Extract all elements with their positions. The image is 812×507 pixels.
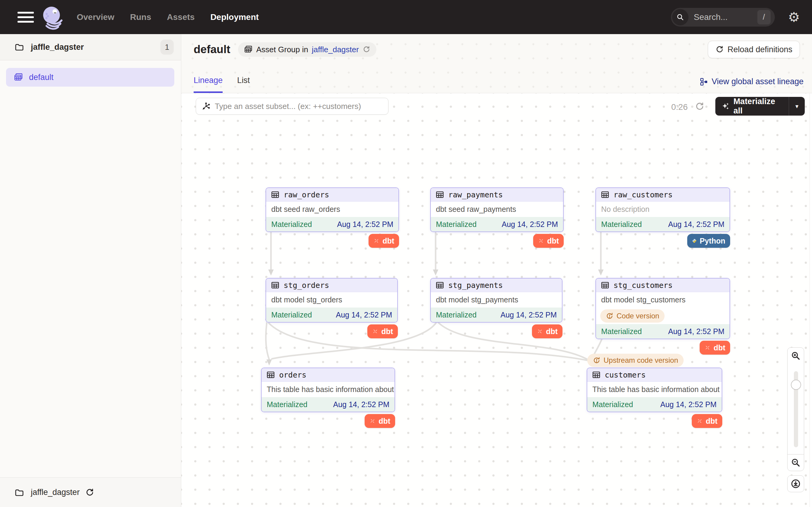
asset-node[interactable]: stg_orders dbt model stg_orders Material… [265,278,398,323]
group-label: default [29,73,53,82]
asset-name: raw_orders [284,190,329,199]
asset-node[interactable]: orders This table has basic information … [261,368,395,412]
dbt-badge[interactable]: dbt [700,341,730,355]
asset-node[interactable]: raw_orders dbt seed raw_orders Materiali… [265,187,399,232]
asset-group-repo-link[interactable]: jaffle_dagster [312,45,359,54]
dbt-badge[interactable]: dbt [365,414,395,428]
materialized-timestamp: Aug 14, 2:52 PM [668,327,724,336]
asset-subset-input[interactable]: Type an asset subset... (ex: ++customers… [196,98,389,115]
reload-repo-icon[interactable] [85,488,94,497]
zoom-out-button[interactable] [787,454,804,471]
nav-overview[interactable]: Overview [77,12,114,22]
nav-runs[interactable]: Runs [130,12,151,22]
asset-description: No description [596,202,729,217]
table-icon [271,281,280,289]
refresh-icon[interactable] [362,46,370,53]
asset-node[interactable]: stg_customers dbt model stg_customers Co… [595,278,730,339]
materialized-timestamp: Aug 14, 2:52 PM [502,220,558,229]
dbt-logo-icon [704,343,711,352]
sidebar-item-jaffle-dagster[interactable]: jaffle_dagster 1 [0,34,181,60]
python-badge[interactable]: Python [687,234,730,248]
asset-description: dbt model stg_customers [596,292,729,307]
top-nav-links: Overview Runs Assets Deployment [77,12,259,22]
asset-node[interactable]: stg_payments dbt model stg_payments Mate… [430,278,562,323]
download-icon [791,478,801,489]
reload-definitions-button[interactable]: Reload definitions [708,41,800,58]
asset-node-header: raw_orders [266,188,398,202]
asset-node[interactable]: raw_customers No description Materialize… [595,187,730,232]
asset-node-header: raw_payments [431,188,563,202]
materialized-status: Materialized [601,327,642,336]
materialize-all-button[interactable]: Materialize all ▾ [715,97,805,116]
asset-description: dbt model stg_payments [431,292,562,307]
menu-icon[interactable] [17,11,34,23]
dbt-badge[interactable]: dbt [692,414,722,428]
materialized-status: Materialized [436,220,477,229]
sidebar-footer: jaffle_dagster [0,477,181,507]
zoom-in-button[interactable] [787,347,804,364]
materialize-dropdown-caret[interactable]: ▾ [789,103,805,110]
lineage-canvas[interactable]: Type an asset subset... (ex: ++customers… [181,93,812,507]
dbt-logo-icon [373,237,379,245]
materialized-status: Materialized [436,311,477,319]
code-version-icon [606,312,614,320]
materialized-status: Materialized [592,400,633,409]
zoom-slider[interactable] [787,364,804,454]
asset-selection-icon [201,102,211,111]
asset-description: This table has basic information about .… [262,382,395,397]
sidebar-item-default[interactable]: default [6,68,174,87]
table-icon [601,190,609,199]
table-icon [436,281,444,289]
table-icon [436,190,444,199]
materialized-timestamp: Aug 14, 2:52 PM [333,400,389,409]
download-graph-button[interactable] [787,475,804,492]
asset-status-bar: Materialized Aug 14, 2:52 PM [431,217,563,231]
asset-node[interactable]: customers This table has basic informati… [587,368,722,412]
search-placeholder: Search... [694,12,757,22]
asset-name: customers [605,371,646,379]
page-header: default Asset Group in jaffle_dagster Re… [181,34,812,62]
tab-list[interactable]: List [237,76,250,93]
asset-name: raw_payments [448,190,503,199]
dbt-badge[interactable]: dbt [532,325,562,338]
table-icon [266,371,275,379]
search-icon [672,9,689,25]
folder-icon [14,42,24,52]
pane-scrollbar[interactable] [810,93,812,507]
asset-subset-placeholder: Type an asset subset... (ex: ++customers… [215,102,361,111]
code-version-tag[interactable]: Code version [600,309,665,323]
dagster-logo[interactable] [40,4,66,30]
asset-status-bar: Materialized Aug 14, 2:52 PM [266,307,397,322]
dbt-badge[interactable]: dbt [368,234,399,248]
tab-lineage[interactable]: Lineage [194,76,223,93]
nav-assets[interactable]: Assets [167,12,195,22]
sparkle-icon [721,102,730,111]
python-logo-icon [692,237,697,245]
asset-group-icon [14,73,23,82]
view-global-asset-lineage-link[interactable]: View global asset lineage [700,77,804,93]
refresh-timer: 0:26 [671,102,688,112]
materialized-status: Materialized [601,220,642,229]
asset-status-bar: Materialized Aug 14, 2:52 PM [596,324,729,339]
dbt-logo-icon [372,327,378,336]
page-title: default [194,43,230,56]
asset-description: dbt model stg_orders [266,292,397,307]
search-input[interactable]: Search... / [671,8,775,26]
dbt-badge[interactable]: dbt [533,234,564,248]
top-nav: Overview Runs Assets Deployment Search..… [0,0,812,34]
nav-deployment[interactable]: Deployment [210,12,259,22]
zoom-in-icon [791,351,801,361]
asset-status-bar: Materialized Aug 14, 2:52 PM [266,217,398,231]
upstream-code-version-tag[interactable]: Upstream code version [587,354,683,367]
materialized-timestamp: Aug 14, 2:52 PM [336,311,392,319]
zoom-slider-handle[interactable] [791,380,801,390]
asset-description: This table has basic information about .… [587,382,722,397]
asset-name: orders [279,371,306,379]
dbt-badge[interactable]: dbt [367,325,398,338]
refresh-lineage-icon[interactable] [695,102,704,111]
settings-gear-icon[interactable]: ⚙ [788,11,800,24]
asset-node-header: stg_orders [266,279,397,292]
asset-node[interactable]: raw_payments dbt seed raw_payments Mater… [430,187,564,232]
asset-node-header: customers [587,368,722,382]
asset-status-bar: Materialized Aug 14, 2:52 PM [431,307,562,322]
